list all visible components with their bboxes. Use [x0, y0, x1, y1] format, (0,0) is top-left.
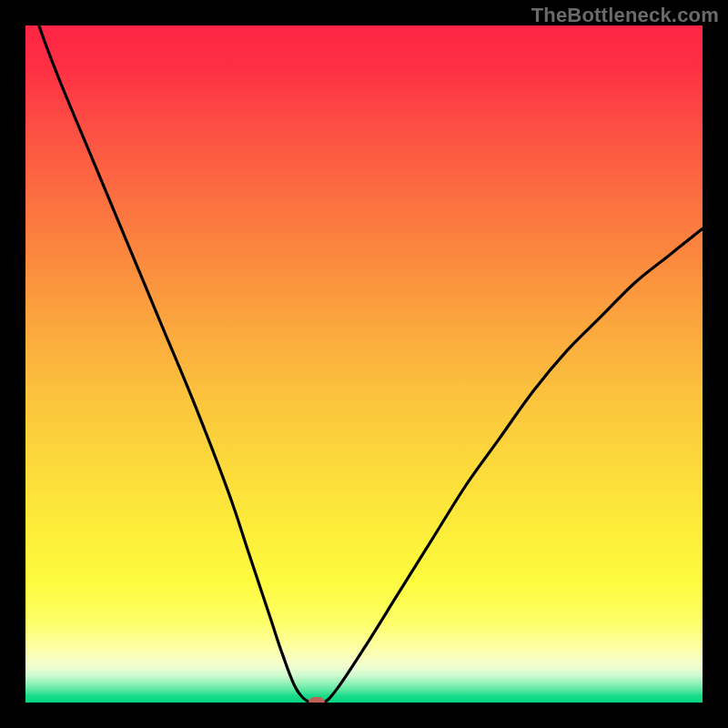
plot-area: [25, 25, 703, 703]
watermark-text: TheBottleneck.com: [531, 4, 719, 27]
curve-svg: [25, 25, 703, 703]
bottleneck-curve: [25, 25, 703, 703]
chart-container: TheBottleneck.com: [0, 0, 728, 728]
optimum-marker: [308, 697, 325, 703]
